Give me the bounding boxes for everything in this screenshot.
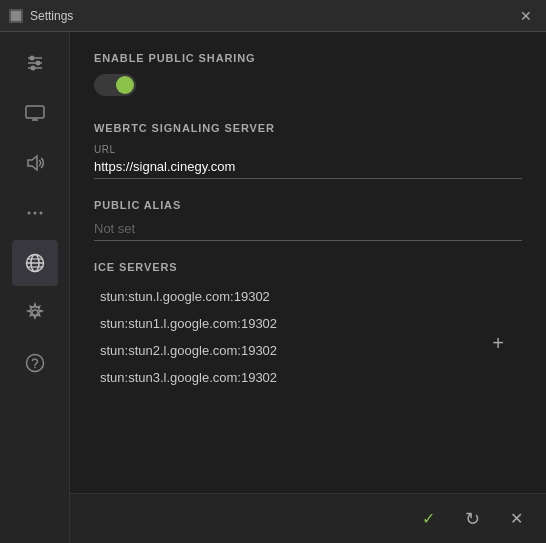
enable-sharing-toggle-wrap (94, 74, 522, 100)
sidebar-item-audio[interactable] (12, 140, 58, 186)
sidebar-item-sliders[interactable] (12, 40, 58, 86)
svg-point-21 (26, 355, 43, 372)
ice-servers-section: stun:stun.l.google.com:19302 stun:stun1.… (94, 283, 522, 391)
confirm-button[interactable]: ✓ (414, 505, 442, 533)
webrtc-label: WEBRTC SIGNALING SERVER (94, 122, 522, 134)
enable-sharing-label: ENABLE PUBLIC SHARING (94, 52, 522, 64)
sliders-icon (24, 52, 46, 74)
svg-point-12 (27, 212, 30, 215)
sidebar-item-gear[interactable] (12, 290, 58, 336)
close-button[interactable]: ✕ (502, 505, 530, 533)
svg-point-13 (33, 212, 36, 215)
main-content: ENABLE PUBLIC SHARING WEBRTC SIGNALING S… (70, 32, 546, 493)
display-icon (24, 102, 46, 124)
refresh-button[interactable]: ↻ (458, 505, 486, 533)
ice-servers-list: stun:stun.l.google.com:19302 stun:stun1.… (94, 283, 522, 391)
svg-point-5 (35, 61, 40, 66)
sidebar-item-display[interactable] (12, 90, 58, 136)
svg-rect-1 (11, 11, 21, 21)
svg-marker-11 (28, 156, 37, 170)
list-item: stun:stun1.l.google.com:19302 (94, 310, 522, 337)
list-item: stun:stun3.l.google.com:19302 (94, 364, 522, 391)
titlebar-icon (8, 8, 24, 24)
svg-rect-8 (26, 106, 44, 118)
svg-point-14 (39, 212, 42, 215)
public-alias-field-wrap: Not set (94, 221, 522, 241)
gear-icon (24, 302, 46, 324)
close-window-button[interactable]: ✕ (514, 4, 538, 28)
svg-point-7 (30, 66, 35, 71)
titlebar-title: Settings (30, 9, 514, 23)
svg-point-22 (34, 367, 36, 369)
sidebar-item-help[interactable] (12, 340, 58, 386)
sidebar-item-network[interactable] (12, 190, 58, 236)
public-alias-label: PUBLIC ALIAS (94, 199, 522, 211)
webrtc-url-value[interactable]: https://signal.cinegy.com (94, 159, 522, 179)
public-alias-value[interactable]: Not set (94, 221, 522, 241)
list-item: stun:stun2.l.google.com:19302 (94, 337, 522, 364)
globe-icon (24, 252, 46, 274)
ice-servers-label: ICE SERVERS (94, 261, 522, 273)
bottom-bar: ✓ ↻ ✕ (70, 493, 546, 543)
sidebar (0, 32, 70, 543)
network-icon (24, 202, 46, 224)
toggle-knob (116, 76, 134, 94)
sidebar-item-sharing[interactable] (12, 240, 58, 286)
add-ice-server-button[interactable]: + (484, 329, 512, 357)
enable-sharing-toggle[interactable] (94, 74, 136, 96)
titlebar: Settings ✕ (0, 0, 546, 32)
list-item: stun:stun.l.google.com:19302 (94, 283, 522, 310)
svg-point-3 (29, 56, 34, 61)
help-icon (24, 352, 46, 374)
webrtc-url-sublabel: URL (94, 144, 522, 155)
webrtc-url-field-wrap: URL https://signal.cinegy.com (94, 144, 522, 179)
audio-icon (24, 152, 46, 174)
